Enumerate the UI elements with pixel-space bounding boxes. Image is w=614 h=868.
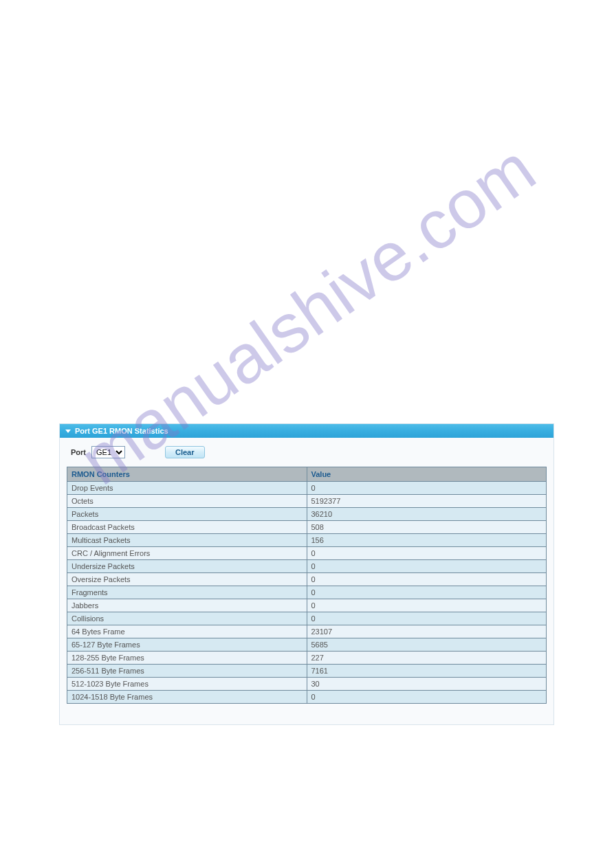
table-row: 1024-1518 Byte Frames0	[67, 691, 547, 704]
table-row: Collisions0	[67, 612, 547, 625]
counter-value-cell: 227	[307, 652, 547, 665]
counter-value-cell: 5685	[307, 638, 547, 652]
counter-name-cell: Packets	[67, 508, 307, 521]
counter-value-cell: 0	[307, 691, 547, 704]
counter-value-cell: 0	[307, 573, 547, 586]
table-row: CRC / Alignment Errors0	[67, 547, 547, 560]
counter-name-cell: Octets	[67, 495, 307, 508]
counter-name-cell: Broadcast Packets	[67, 521, 307, 534]
port-select[interactable]: GE1	[91, 446, 125, 458]
counter-name-cell: Undersize Packets	[67, 560, 307, 573]
counter-value-cell: 36210	[307, 508, 547, 521]
table-row: Fragments0	[67, 586, 547, 599]
counter-value-cell: 30	[307, 678, 547, 691]
counter-value-cell: 7161	[307, 665, 547, 678]
counter-name-cell: Oversize Packets	[67, 573, 307, 586]
table-row: 128-255 Byte Frames227	[67, 652, 547, 665]
chevron-down-icon	[65, 430, 71, 433]
counter-name-cell: Jabbers	[67, 599, 307, 612]
table-row: 256-511 Byte Frames7161	[67, 665, 547, 678]
table-header-value: Value	[307, 467, 547, 482]
counter-value-cell: 0	[307, 599, 547, 612]
counter-name-cell: Fragments	[67, 586, 307, 599]
controls-row: Port GE1 Clear	[60, 438, 553, 467]
table-row: Octets5192377	[67, 495, 547, 508]
clear-button[interactable]: Clear	[165, 446, 205, 458]
counter-name-cell: 1024-1518 Byte Frames	[67, 691, 307, 704]
counter-value-cell: 0	[307, 547, 547, 560]
table-row: Broadcast Packets508	[67, 521, 547, 534]
rmon-stats-table: RMON Counters Value Drop Events0Octets51…	[67, 467, 547, 704]
counter-name-cell: Collisions	[67, 612, 307, 625]
counter-name-cell: CRC / Alignment Errors	[67, 547, 307, 560]
table-row: Packets36210	[67, 508, 547, 521]
table-header-counter: RMON Counters	[67, 467, 307, 482]
counter-value-cell: 0	[307, 586, 547, 599]
counter-value-cell: 508	[307, 521, 547, 534]
counter-name-cell: 65-127 Byte Frames	[67, 638, 307, 652]
counter-value-cell: 156	[307, 534, 547, 547]
counter-name-cell: Multicast Packets	[67, 534, 307, 547]
table-row: 64 Bytes Frame23107	[67, 625, 547, 638]
counter-value-cell: 5192377	[307, 495, 547, 508]
port-label: Port	[71, 448, 86, 456]
counter-name-cell: 256-511 Byte Frames	[67, 665, 307, 678]
table-row: Oversize Packets0	[67, 573, 547, 586]
counter-name-cell: 64 Bytes Frame	[67, 625, 307, 638]
table-row: 65-127 Byte Frames5685	[67, 638, 547, 652]
table-row: Drop Events0	[67, 482, 547, 495]
panel-title: Port GE1 RMON Statistics	[75, 427, 168, 435]
table-row: Jabbers0	[67, 599, 547, 612]
counter-value-cell: 0	[307, 482, 547, 495]
counter-value-cell: 0	[307, 612, 547, 625]
counter-name-cell: 128-255 Byte Frames	[67, 652, 307, 665]
counter-name-cell: Drop Events	[67, 482, 307, 495]
counter-name-cell: 512-1023 Byte Frames	[67, 678, 307, 691]
table-row: Multicast Packets156	[67, 534, 547, 547]
rmon-statistics-panel: Port GE1 RMON Statistics Port GE1 Clear …	[59, 423, 554, 725]
panel-header[interactable]: Port GE1 RMON Statistics	[60, 424, 553, 438]
counter-value-cell: 0	[307, 560, 547, 573]
counter-value-cell: 23107	[307, 625, 547, 638]
table-row: 512-1023 Byte Frames30	[67, 678, 547, 691]
table-row: Undersize Packets0	[67, 560, 547, 573]
